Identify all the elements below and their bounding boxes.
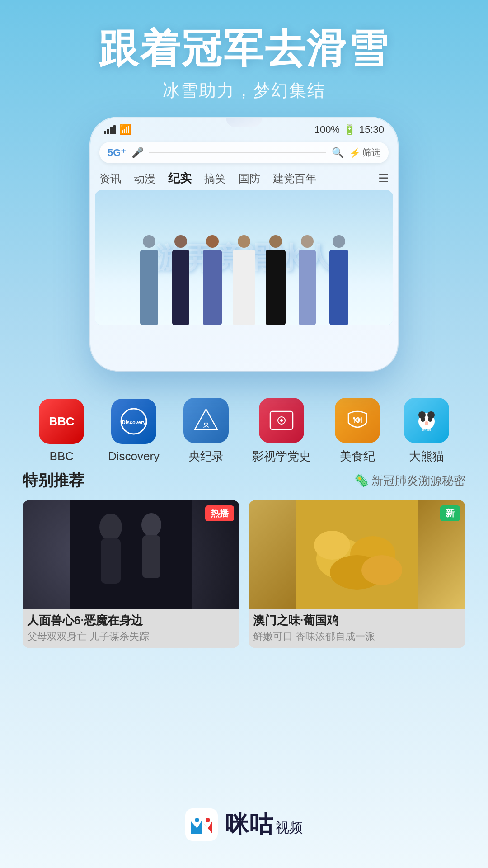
recommend-grid: 热播 人面兽心6·恶魔在身边 父母双双身亡 儿子谋杀失踪 <box>23 500 465 648</box>
channel-yangji[interactable]: 央 央纪录 <box>183 398 229 464</box>
phone-search-bar[interactable]: 5G⁺ 🎤 🔍 ⚡ 筛选 <box>99 142 389 163</box>
card-2-thumbnail: 新 <box>249 500 465 609</box>
svg-point-29 <box>195 818 199 822</box>
brand-name: 咪咕 <box>225 811 274 837</box>
search-divider <box>149 152 326 153</box>
bbc-icon: BBC <box>39 399 84 444</box>
figure-7 <box>323 235 355 326</box>
card-2-badge: 新 <box>440 505 460 521</box>
migulogo-icon <box>185 808 218 841</box>
channel-panda[interactable]: 熊猫 大熊猫 <box>404 398 449 464</box>
recommend-section: 特别推荐 🦠 新冠肺炎溯源秘密 <box>23 470 465 648</box>
panda-icon: 熊猫 <box>404 398 449 443</box>
yingshi-icon <box>259 398 304 443</box>
recommend-title: 特别推荐 <box>23 470 84 491</box>
banner-figures <box>95 208 393 326</box>
channel-discovery[interactable]: Discovery Discovery <box>108 399 160 463</box>
brand-label: 5G⁺ <box>108 147 126 159</box>
phone-notch <box>226 118 262 127</box>
filter-button[interactable]: ⚡ 筛选 <box>349 146 380 159</box>
wifi-icon: 📶 <box>119 124 131 136</box>
search-icon[interactable]: 🔍 <box>332 147 344 159</box>
yangji-icon: 央 <box>183 398 229 443</box>
phone-nav-tabs: 资讯 动漫 纪实 搞笑 国防 建党百年 ☰ <box>90 167 398 190</box>
card-1-title: 人面兽心6·恶魔在身边 <box>23 609 239 630</box>
microphone-icon[interactable]: 🎤 <box>131 147 144 159</box>
card-1-subtitle: 父母双双身亡 儿子谋杀失踪 <box>23 630 239 649</box>
svg-text:央: 央 <box>202 421 210 428</box>
card-1-badge: 热播 <box>205 505 234 521</box>
filter-icon: ⚡ <box>349 147 361 158</box>
nav-tab-centenary[interactable]: 建党百年 <box>273 171 316 186</box>
discovery-icon: Discovery <box>111 399 156 444</box>
status-right: 100% 🔋 15:30 <box>314 124 384 136</box>
bbc-label: BBC <box>50 449 74 463</box>
channels-section: BBC BBC Discovery Discovery 央 央纪录 <box>23 389 465 469</box>
app-name-text: 咪咕 视频 <box>225 809 303 840</box>
yingshi-label: 影视学党史 <box>252 448 311 464</box>
status-left: 📶 <box>104 124 131 136</box>
virus-icon: 🦠 <box>354 474 369 488</box>
figure-1 <box>133 235 165 326</box>
svg-text:Discovery: Discovery <box>122 420 146 425</box>
channel-meishi[interactable]: 🍽 美食纪 <box>335 398 380 464</box>
svg-point-6 <box>280 419 283 422</box>
meishi-icon: 🍽 <box>335 398 380 443</box>
bottom-logo-bar: 咪咕 视频 <box>0 808 488 841</box>
card-2-subtitle: 鲜嫩可口 香味浓郁自成一派 <box>249 630 465 649</box>
card-2-title: 澳门之味·葡国鸡 <box>249 609 465 630</box>
hero-section: 跟着冠军去滑雪 冰雪助力，梦幻集结 <box>0 27 488 102</box>
recommend-card-1[interactable]: 热播 人面兽心6·恶魔在身边 父母双双身亡 儿子谋杀失踪 <box>23 500 239 648</box>
recommend-card-2[interactable]: 新 澳门之味·葡国鸡 鲜嫩可口 香味浓郁自成一派 <box>249 500 465 648</box>
svg-rect-20 <box>70 500 192 609</box>
figure-4 <box>228 235 260 326</box>
panda-label: 大熊猫 <box>409 448 444 464</box>
discovery-label: Discovery <box>108 449 160 463</box>
channel-bbc[interactable]: BBC BBC <box>39 399 84 463</box>
svg-point-13 <box>425 421 428 425</box>
svg-point-12 <box>428 417 432 422</box>
figure-2 <box>165 235 197 326</box>
battery-icon: 🔋 <box>343 124 356 136</box>
nav-more-icon[interactable]: ☰ <box>378 171 389 185</box>
nav-tab-news[interactable]: 资讯 <box>99 171 121 186</box>
recommend-header: 特别推荐 🦠 新冠肺炎溯源秘密 <box>23 470 465 491</box>
battery-percent: 100% <box>314 124 340 136</box>
svg-point-11 <box>421 417 425 422</box>
channel-yingshi[interactable]: 影视学党史 <box>252 398 311 464</box>
svg-point-30 <box>206 818 210 822</box>
clock: 15:30 <box>359 124 384 136</box>
svg-rect-27 <box>296 500 418 609</box>
nav-tab-anime[interactable]: 动漫 <box>134 171 155 186</box>
nav-tab-documentary[interactable]: 纪实 <box>168 170 192 186</box>
phone-mockup: 📶 100% 🔋 15:30 5G⁺ 🎤 🔍 ⚡ 筛选 资讯 动漫 纪实 搞笑 <box>90 118 398 371</box>
svg-text:🍽: 🍽 <box>353 415 362 425</box>
card-2-bg <box>249 500 465 609</box>
recommend-covid-link[interactable]: 🦠 新冠肺炎溯源秘密 <box>354 473 465 489</box>
nav-tab-defense[interactable]: 国防 <box>239 171 260 186</box>
figure-6 <box>291 235 323 326</box>
svg-text:熊猫: 熊猫 <box>422 426 431 431</box>
hero-subtitle: 冰雪助力，梦幻集结 <box>0 79 488 102</box>
yangji-label: 央纪录 <box>188 448 224 464</box>
card-1-thumbnail: 热播 <box>23 500 239 609</box>
meishi-label: 美食纪 <box>340 448 375 464</box>
brand-suffix: 视频 <box>276 820 303 835</box>
nav-tab-comedy[interactable]: 搞笑 <box>204 171 226 186</box>
figure-3 <box>197 235 228 326</box>
figure-5 <box>260 235 291 326</box>
signal-icon <box>104 125 116 134</box>
hero-title: 跟着冠军去滑雪 <box>0 27 488 71</box>
channels-row: BBC BBC Discovery Discovery 央 央纪录 <box>23 389 465 469</box>
phone-banner: 游弄竟滑冰人 <box>95 190 393 326</box>
